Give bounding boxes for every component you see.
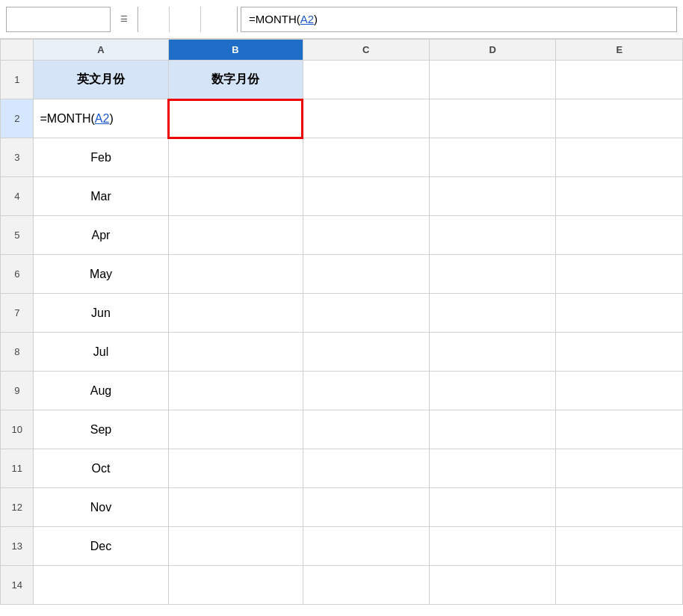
cell-C6[interactable] bbox=[303, 255, 429, 294]
cell-A14[interactable] bbox=[34, 566, 168, 605]
cell-D3[interactable] bbox=[430, 138, 556, 177]
row-header-2[interactable]: 2 bbox=[1, 99, 34, 138]
cell-C1[interactable] bbox=[303, 61, 429, 99]
cell-D8[interactable] bbox=[430, 333, 556, 372]
cell-A6[interactable]: May bbox=[34, 255, 168, 294]
formula-input[interactable]: =MONTH(A2) bbox=[241, 7, 677, 32]
cell-B11[interactable] bbox=[168, 449, 303, 488]
cell-B13[interactable] bbox=[168, 527, 303, 566]
cell-B3[interactable] bbox=[168, 138, 303, 177]
cell-C11[interactable] bbox=[303, 449, 429, 488]
cell-D2[interactable] bbox=[430, 99, 556, 138]
row-header-13[interactable]: 13 bbox=[1, 527, 34, 566]
col-header-D[interactable]: D bbox=[430, 40, 556, 61]
col-header-E[interactable]: E bbox=[556, 40, 683, 61]
cell-E2[interactable] bbox=[556, 99, 683, 138]
col-header-B[interactable]: B bbox=[168, 40, 303, 61]
cell-B2[interactable] bbox=[168, 99, 303, 138]
cell-D9[interactable] bbox=[430, 372, 556, 410]
cell-E8[interactable] bbox=[556, 333, 683, 372]
row-header-10[interactable]: 10 bbox=[1, 410, 34, 449]
cell-E9[interactable] bbox=[556, 372, 683, 410]
cell-E14[interactable] bbox=[556, 566, 683, 605]
formula-buttons bbox=[137, 7, 238, 32]
row-header-9[interactable]: 9 bbox=[1, 372, 34, 410]
cell-D14[interactable] bbox=[430, 566, 556, 605]
cell-B8[interactable] bbox=[168, 333, 303, 372]
name-box[interactable] bbox=[6, 7, 111, 32]
cell-C14[interactable] bbox=[303, 566, 429, 605]
cell-D5[interactable] bbox=[430, 216, 556, 255]
cell-A5[interactable]: Apr bbox=[34, 216, 168, 255]
cancel-formula-button[interactable] bbox=[138, 7, 170, 32]
cell-E11[interactable] bbox=[556, 449, 683, 488]
cell-C8[interactable] bbox=[303, 333, 429, 372]
cell-E4[interactable] bbox=[556, 177, 683, 216]
row-header-3[interactable]: 3 bbox=[1, 138, 34, 177]
row-header-7[interactable]: 7 bbox=[1, 294, 34, 333]
cell-D6[interactable] bbox=[430, 255, 556, 294]
cell-B6[interactable] bbox=[168, 255, 303, 294]
cell-D4[interactable] bbox=[430, 177, 556, 216]
cell-E10[interactable] bbox=[556, 410, 683, 449]
cell-A4[interactable]: Mar bbox=[34, 177, 168, 216]
cell-E7[interactable] bbox=[556, 294, 683, 333]
cell-A3[interactable]: Feb bbox=[34, 138, 168, 177]
cell-D7[interactable] bbox=[430, 294, 556, 333]
formula-bar: ☰ =MONTH(A2) bbox=[0, 0, 683, 39]
cell-B5[interactable] bbox=[168, 216, 303, 255]
cell-A11[interactable]: Oct bbox=[34, 449, 168, 488]
table-row: 5Apr bbox=[1, 216, 683, 255]
cell-C10[interactable] bbox=[303, 410, 429, 449]
cell-A9[interactable]: Aug bbox=[34, 372, 168, 410]
cell-C12[interactable] bbox=[303, 488, 429, 527]
cell-A8[interactable]: Jul bbox=[34, 333, 168, 372]
col-header-C[interactable]: C bbox=[303, 40, 429, 61]
cell-A13[interactable]: Dec bbox=[34, 527, 168, 566]
confirm-formula-button[interactable] bbox=[170, 7, 201, 32]
cell-E3[interactable] bbox=[556, 138, 683, 177]
cell-D1[interactable] bbox=[430, 61, 556, 99]
cell-B4[interactable] bbox=[168, 177, 303, 216]
cell-B14[interactable] bbox=[168, 566, 303, 605]
cell-B1[interactable]: 数字月份 bbox=[168, 61, 303, 99]
cell-A1[interactable]: 英文月份 bbox=[34, 61, 168, 99]
row-header-12[interactable]: 12 bbox=[1, 488, 34, 527]
cell-C3[interactable] bbox=[303, 138, 429, 177]
cell-C7[interactable] bbox=[303, 294, 429, 333]
cell-A2[interactable]: =MONTH(A2) bbox=[34, 99, 168, 138]
row-header-11[interactable]: 11 bbox=[1, 449, 34, 488]
cell-E12[interactable] bbox=[556, 488, 683, 527]
cell-C4[interactable] bbox=[303, 177, 429, 216]
insert-function-button[interactable] bbox=[201, 7, 237, 32]
cell-D12[interactable] bbox=[430, 488, 556, 527]
cell-A12[interactable]: Nov bbox=[34, 488, 168, 527]
cell-E5[interactable] bbox=[556, 216, 683, 255]
cell-C5[interactable] bbox=[303, 216, 429, 255]
cell-D13[interactable] bbox=[430, 527, 556, 566]
cell-A7[interactable]: Jun bbox=[34, 294, 168, 333]
col-header-A[interactable]: A bbox=[34, 40, 168, 61]
row-header-14[interactable]: 14 bbox=[1, 566, 34, 605]
row-header-4[interactable]: 4 bbox=[1, 177, 34, 216]
cell-E13[interactable] bbox=[556, 527, 683, 566]
cell-E6[interactable] bbox=[556, 255, 683, 294]
cell-B7[interactable] bbox=[168, 294, 303, 333]
cell-B9[interactable] bbox=[168, 372, 303, 410]
cell-A10[interactable]: Sep bbox=[34, 410, 168, 449]
row-header-1[interactable]: 1 bbox=[1, 61, 34, 99]
cell-E1[interactable] bbox=[556, 61, 683, 99]
cell-D11[interactable] bbox=[430, 449, 556, 488]
row-header-6[interactable]: 6 bbox=[1, 255, 34, 294]
row-header-8[interactable]: 8 bbox=[1, 333, 34, 372]
table-row: 9Aug bbox=[1, 372, 683, 410]
cell-C13[interactable] bbox=[303, 527, 429, 566]
cell-D10[interactable] bbox=[430, 410, 556, 449]
cell-B12[interactable] bbox=[168, 488, 303, 527]
cell-B10[interactable] bbox=[168, 410, 303, 449]
cell-C2[interactable] bbox=[303, 99, 429, 138]
corner-header bbox=[1, 40, 34, 61]
cell-C9[interactable] bbox=[303, 372, 429, 410]
table-row: 14 bbox=[1, 566, 683, 605]
row-header-5[interactable]: 5 bbox=[1, 216, 34, 255]
